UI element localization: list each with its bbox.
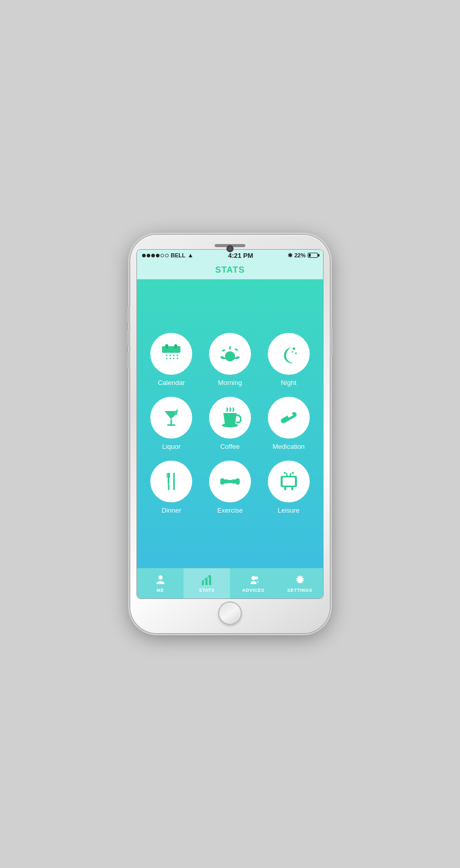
svg-rect-52 <box>220 478 224 485</box>
exercise-icon-circle <box>209 461 251 502</box>
dinner-icon <box>159 470 183 493</box>
coffee-label: Coffee <box>220 443 240 450</box>
grid-item-night[interactable]: Night <box>262 333 315 387</box>
night-icon <box>277 342 301 366</box>
grid-item-exercise[interactable]: Exercise <box>203 461 257 514</box>
leisure-label: Leisure <box>278 507 300 514</box>
liquor-icon <box>159 406 183 429</box>
svg-point-20 <box>166 355 168 356</box>
exercise-icon <box>218 470 242 493</box>
tab-stats[interactable]: STATS <box>183 568 230 598</box>
home-button-area <box>218 599 242 627</box>
svg-rect-34 <box>236 356 240 358</box>
grid-item-dinner[interactable]: Dinner <box>145 461 198 514</box>
svg-rect-59 <box>291 487 293 490</box>
home-button[interactable] <box>218 601 242 625</box>
tab-me-label: ME <box>156 588 164 593</box>
dinner-icon-circle <box>150 461 192 502</box>
svg-point-70 <box>255 576 258 580</box>
battery-body <box>308 253 318 258</box>
svg-rect-45 <box>168 473 169 484</box>
carrier-label: BELL <box>171 252 186 258</box>
svg-point-36 <box>295 352 297 354</box>
svg-rect-49 <box>168 484 170 490</box>
svg-point-63 <box>292 472 294 474</box>
grid-item-liquor[interactable]: Liquor <box>145 397 198 450</box>
tab-me[interactable]: ME <box>137 568 183 598</box>
tab-advices-label: ADVICES <box>242 588 265 593</box>
svg-rect-17 <box>166 344 168 349</box>
status-left: BELL ▲ <box>142 252 194 259</box>
svg-rect-53 <box>224 479 228 484</box>
svg-point-21 <box>170 355 171 356</box>
liquor-icon-circle <box>150 397 192 439</box>
svg-rect-32 <box>235 348 239 351</box>
exercise-label: Exercise <box>217 507 243 514</box>
grid-item-calendar[interactable]: Calendar <box>145 333 198 387</box>
svg-point-62 <box>284 472 286 474</box>
svg-point-64 <box>158 575 163 580</box>
svg-rect-33 <box>220 356 224 358</box>
app-header: STATS <box>137 261 323 279</box>
medication-label: Medication <box>272 443 305 450</box>
svg-point-26 <box>173 358 175 359</box>
morning-label: Morning <box>218 379 242 387</box>
svg-rect-16 <box>162 346 180 353</box>
svg-point-35 <box>292 348 295 350</box>
signal-icon <box>142 254 169 257</box>
liquor-label: Liquor <box>162 443 180 450</box>
svg-rect-65 <box>202 581 204 585</box>
night-icon-circle <box>268 333 310 375</box>
svg-rect-31 <box>222 349 226 352</box>
svg-rect-55 <box>232 479 236 484</box>
stats-tab-icon <box>201 574 213 586</box>
svg-point-28 <box>225 351 235 361</box>
svg-rect-30 <box>229 346 231 350</box>
me-tab-icon <box>154 574 167 586</box>
svg-rect-67 <box>209 576 211 585</box>
status-bar: BELL ▲ 4:21 PM ✱ 22% <box>137 250 323 261</box>
svg-rect-39 <box>167 424 175 426</box>
time-display: 4:21 PM <box>228 252 253 259</box>
leisure-icon <box>277 470 301 493</box>
tab-bar: ME STATS ADVICES <box>137 568 323 598</box>
advices-tab-icon <box>247 574 260 586</box>
grid-item-coffee[interactable]: Coffee <box>203 397 257 450</box>
leisure-icon-circle <box>268 461 310 502</box>
svg-rect-19 <box>164 353 178 361</box>
svg-point-43 <box>222 423 238 427</box>
morning-icon-circle <box>209 333 251 375</box>
svg-rect-48 <box>168 477 170 478</box>
svg-point-69 <box>251 576 256 580</box>
tab-advices[interactable]: ADVICES <box>230 568 277 598</box>
battery-percent: 22% <box>294 252 306 258</box>
tab-settings[interactable]: SETTINGS <box>277 568 323 598</box>
svg-rect-66 <box>205 578 208 585</box>
svg-point-25 <box>170 358 171 359</box>
coffee-icon <box>218 406 242 429</box>
svg-rect-29 <box>221 357 239 359</box>
night-label: Night <box>281 379 296 387</box>
calendar-icon-circle <box>150 333 192 375</box>
svg-point-22 <box>173 355 175 356</box>
icon-grid: Calendar <box>145 333 315 514</box>
tab-stats-label: STATS <box>199 588 215 593</box>
svg-rect-57 <box>283 477 295 486</box>
svg-point-37 <box>291 351 293 353</box>
morning-icon <box>218 342 242 366</box>
grid-item-leisure[interactable]: Leisure <box>262 461 315 514</box>
status-right: ✱ 22% <box>288 252 318 259</box>
calendar-icon <box>159 342 183 366</box>
svg-point-27 <box>177 358 178 359</box>
main-content: Calendar <box>137 279 323 568</box>
calendar-label: Calendar <box>158 379 185 387</box>
camera <box>227 246 233 251</box>
svg-rect-54 <box>236 478 240 485</box>
svg-rect-58 <box>284 487 286 490</box>
grid-item-medication[interactable]: Medication <box>262 397 315 450</box>
grid-item-morning[interactable]: Morning <box>203 333 257 387</box>
battery-fill <box>309 254 311 257</box>
phone-screen: BELL ▲ 4:21 PM ✱ 22% STATS <box>136 249 324 599</box>
app-title: STATS <box>137 265 323 275</box>
bluetooth-icon: ✱ <box>288 252 292 259</box>
